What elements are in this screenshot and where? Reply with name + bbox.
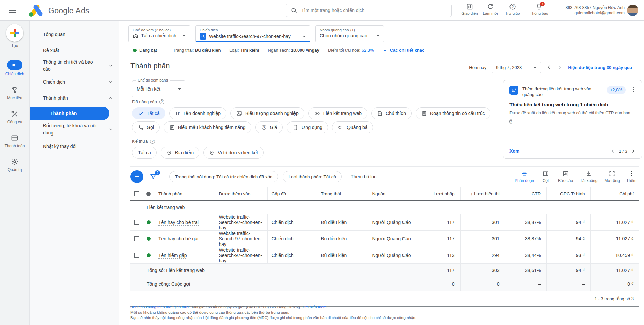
add-filter-button[interactable]: Thêm bộ lọc xyxy=(351,174,376,179)
kebab-menu-icon[interactable] xyxy=(632,86,636,93)
chip-app[interactable]: Ứng dụng xyxy=(287,121,328,133)
budget[interactable]: Ngân sách: 10.000 ₫/ngày xyxy=(268,48,319,53)
col-asset[interactable]: Thành phần xyxy=(154,187,215,201)
rail-item-campaigns[interactable]: Chiến dịch xyxy=(0,60,30,76)
help-circle-icon[interactable]: ? xyxy=(150,139,155,144)
sitelink-add-icon xyxy=(509,86,518,95)
col-cost[interactable]: Chi phí xyxy=(590,187,639,201)
chevron-left-icon[interactable] xyxy=(610,149,615,154)
account-email: guiemailchotoi@gmail.com xyxy=(565,10,625,16)
avatar[interactable] xyxy=(627,5,638,16)
uplift-badge: +2,8% xyxy=(607,86,626,94)
chevron-left-icon[interactable] xyxy=(546,65,552,70)
learn-more-link[interactable]: Tìm hiểu thêm xyxy=(302,305,327,309)
megaphone-icon xyxy=(7,60,22,70)
nav-item-assets-selected[interactable]: Thành phần xyxy=(30,107,109,120)
chip-business-name[interactable]: Tr Tên doanh nghiệp xyxy=(169,107,226,119)
table-row[interactable]: Tên hay cho bé trai Website traffic-Sear… xyxy=(130,214,639,231)
nav-item-assets-parent[interactable]: Thành phần xyxy=(30,93,119,103)
chevron-right-icon[interactable] xyxy=(557,65,562,70)
expand-button[interactable]: Mở rộng xyxy=(601,170,624,183)
show-30-days-link[interactable]: Hiện dữ liệu trong 30 ngày qua xyxy=(568,65,632,70)
col-added-to[interactable]: Được thêm vào xyxy=(215,187,267,201)
content-status-filter-chip[interactable]: Trạng thái nội dung: Tất cả trừ chiến dị… xyxy=(169,171,278,182)
check-icon xyxy=(138,111,144,116)
rail-item-billing[interactable]: Thanh toán xyxy=(0,134,30,148)
col-cpc[interactable]: CPC Tr.bình xyxy=(546,187,590,201)
date-picker[interactable]: 9 thg 7, 2023 xyxy=(492,62,541,73)
nav-item-overview[interactable]: Tổng quan xyxy=(30,30,119,39)
nav-item-insights[interactable]: Thông tin chi tiết và báo cáo xyxy=(30,58,119,73)
chip-promotion[interactable]: Quảng bá xyxy=(332,121,373,133)
nav-item-campaigns[interactable]: Chiến dịch xyxy=(30,77,119,87)
recommendation-card: Thêm đường liên kết trang web vào quảng … xyxy=(503,80,642,159)
col-source[interactable]: Nguồn xyxy=(368,187,419,201)
asset-name[interactable]: Tên hiếm gặp xyxy=(154,247,215,264)
asset-name[interactable]: Tên hay cho bé trai xyxy=(154,214,215,231)
view-filter-dropdown[interactable]: Chế độ xem (2 bộ lọc) Tất cả chiến dịch xyxy=(128,25,190,42)
chip-sitelink[interactable]: Liên kết trang web xyxy=(308,107,367,119)
download-button[interactable]: Tải xuống xyxy=(577,170,601,183)
view-link[interactable]: Xem xyxy=(509,148,520,154)
table-view-select[interactable]: Chế độ xem bảng Mỗi liên kết xyxy=(132,80,185,97)
col-impressions[interactable]: ↓ Lượt hiển thị xyxy=(460,187,505,201)
select-all-checkbox[interactable] xyxy=(130,187,143,201)
chevron-right-icon[interactable] xyxy=(631,149,636,154)
chip-call[interactable]: Gọi xyxy=(132,121,160,133)
menu-icon[interactable] xyxy=(9,8,16,13)
chip-price[interactable]: $ Giá xyxy=(255,121,283,133)
chip-business-logo[interactable]: Biểu tượng doanh nghiệp xyxy=(230,107,304,119)
nav-item-recommendations[interactable]: Đề xuất xyxy=(30,46,119,55)
notifications-button[interactable]: ! Thông báo xyxy=(528,3,550,15)
account-info[interactable]: 893-768-8857 Nguyễn Đức Anh guiemailchot… xyxy=(565,5,625,16)
google-ads-logo[interactable]: Google Ads xyxy=(29,4,89,17)
add-button[interactable] xyxy=(130,170,143,183)
help-circle-icon[interactable]: ? xyxy=(159,99,164,104)
row-checkbox[interactable] xyxy=(130,214,143,231)
filter-button[interactable]: 2 xyxy=(149,173,161,181)
col-ctr[interactable]: CTR xyxy=(505,187,546,201)
chip-all-legacy[interactable]: Tất cả xyxy=(132,147,157,159)
row-checkbox[interactable] xyxy=(130,247,143,264)
nav-item-change-history[interactable]: Nhật ký thay đổi xyxy=(30,142,119,151)
rail-item-tools[interactable]: Công cụ xyxy=(0,110,30,124)
nav-item-audiences[interactable]: Đối tượng, từ khoá và nội dung xyxy=(30,122,119,137)
enabled-status[interactable]: Đang bật xyxy=(133,48,157,53)
chip-structured-snippet[interactable]: Đoạn thông tin có cấu trúc xyxy=(416,107,490,119)
help-circle-icon[interactable]: ? xyxy=(509,119,512,124)
secondary-nav: Tổng quan Đề xuất Thông tin chi tiết và … xyxy=(30,21,119,325)
asset-name[interactable]: Tên hay cho bé gái xyxy=(154,231,215,247)
asset-type-filter-chip[interactable]: Loại thành phần: Tất cả xyxy=(283,171,342,182)
impressions: 294 xyxy=(460,247,505,264)
chip-callout[interactable]: Chú thích xyxy=(371,107,412,119)
row-checkbox[interactable] xyxy=(130,231,143,247)
chip-location[interactable]: Địa điểm xyxy=(161,147,199,159)
col-clicks[interactable]: Lượt nhấp xyxy=(419,187,460,201)
chip-lead-form[interactable]: Biểu mẫu khách hàng tiềm năng xyxy=(164,121,251,133)
adgroup-filter-dropdown[interactable]: Nhóm quảng cáo (1) Chọn nhóm quảng cáo xyxy=(315,25,384,42)
search-input[interactable]: Tìm một trang hoặc chiến dịch xyxy=(286,4,452,17)
rail-item-admin[interactable]: Quản trị xyxy=(0,158,30,172)
campaign-filter-dropdown[interactable]: Chiến dịch Website traffic-Search-97-cho… xyxy=(195,25,310,42)
total-row-sitelinks: Tổng số: Liên kết trang web 117 303 38,6… xyxy=(130,264,639,277)
table-row[interactable]: Tên hay cho bé gái Website traffic-Searc… xyxy=(130,231,639,247)
chip-affiliate-location[interactable]: Vị trí đơn vị liên kết xyxy=(203,147,264,159)
chip-all-upgraded[interactable]: Tất cả xyxy=(132,107,165,119)
help-button[interactable]: ? Trợ giúp xyxy=(501,3,524,15)
appearance-button[interactable]: Giao diện xyxy=(459,3,481,15)
impressions: 301 xyxy=(460,231,505,247)
rail-item-create[interactable]: Tạo xyxy=(0,24,30,48)
more-details-link[interactable]: Các chi tiết khác xyxy=(383,48,425,53)
report-button[interactable]: Báo cáo xyxy=(554,170,577,183)
col-status[interactable]: Trạng thái xyxy=(317,187,368,201)
col-level[interactable]: Cấp độ xyxy=(267,187,317,201)
credit-card-icon xyxy=(11,134,19,142)
table-row[interactable]: Tên hiếm gặp Website traffic-Search-97-c… xyxy=(130,247,639,264)
segment-button[interactable]: Phân đoạn xyxy=(512,170,537,183)
refresh-button[interactable]: Làm mới xyxy=(479,3,501,15)
realtime-report-link[interactable]: Báo cáo không theo thời gian thực. xyxy=(130,305,191,309)
cost: 10.459 ₫ xyxy=(590,247,639,264)
rail-item-goals[interactable]: Mục tiêu xyxy=(0,86,30,100)
more-button[interactable]: Thêm xyxy=(624,170,639,183)
columns-button[interactable]: Cột xyxy=(537,170,554,183)
